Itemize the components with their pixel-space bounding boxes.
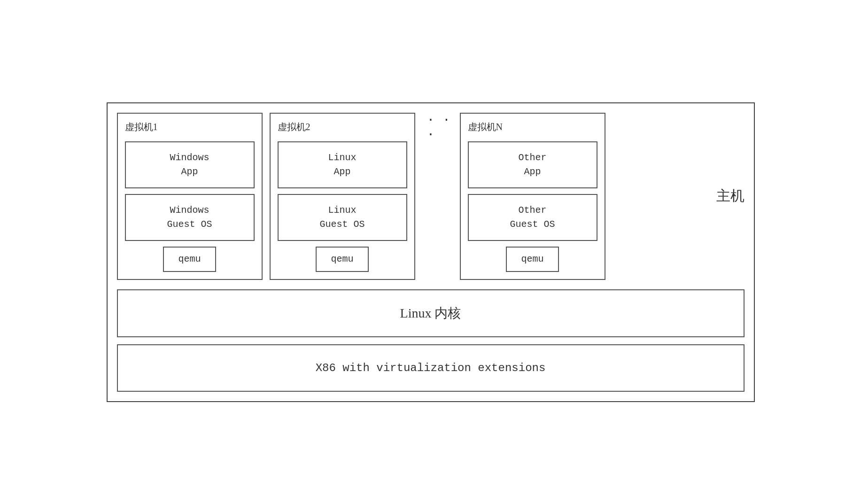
vmN-qemu-label: qemu [521,254,543,264]
vm2-box: 虚拟机2 LinuxApp LinuxGuest OS qemu [270,113,415,280]
host-label: 主机 [705,113,745,280]
outer-box: 虚拟机1 WindowsApp WindowsGuest OS qemu [107,102,755,402]
vmN-app-label: OtherApp [518,152,546,177]
x86-box: X86 with virtualization extensions [117,344,745,392]
vm1-app-box: WindowsApp [125,141,255,188]
vmN-qemu-box: qemu [506,247,558,272]
host-area: 虚拟机1 WindowsApp WindowsGuest OS qemu [117,113,745,280]
linux-kernel-label: Linux 内核 [400,306,461,320]
vms-and-dots: 虚拟机1 WindowsApp WindowsGuest OS qemu [117,113,705,280]
vm1-qemu-label: qemu [178,254,201,264]
vmN-title: 虚拟机N [468,121,503,133]
linux-kernel-box: Linux 内核 [117,289,745,337]
vm2-guestos-label: LinuxGuest OS [319,205,365,230]
vm1-qemu-box: qemu [163,247,216,272]
vm1-content: WindowsApp WindowsGuest OS qemu [125,141,255,272]
vm2-app-label: LinuxApp [328,152,356,177]
vm1-box: 虚拟机1 WindowsApp WindowsGuest OS qemu [117,113,263,280]
vmN-guestos-box: OtherGuest OS [468,194,597,241]
vm1-guestos-box: WindowsGuest OS [125,194,255,241]
vm2-title: 虚拟机2 [278,121,310,133]
vm1-title: 虚拟机1 [125,121,158,133]
dots-label: · · · [427,113,455,142]
vm1-guestos-label: WindowsGuest OS [167,205,212,230]
vmN-app-box: OtherApp [468,141,597,188]
vm2-guestos-box: LinuxGuest OS [278,194,407,241]
vm2-content: LinuxApp LinuxGuest OS qemu [278,141,407,272]
diagram-wrapper: 虚拟机1 WindowsApp WindowsGuest OS qemu [107,102,755,402]
vm2-app-box: LinuxApp [278,141,407,188]
vm2-qemu-box: qemu [316,247,368,272]
vmN-box: 虚拟机N OtherApp OtherGuest OS qemu [460,113,605,280]
x86-label: X86 with virtualization extensions [316,362,546,374]
dots-separator: · · · [422,113,460,142]
vm2-qemu-label: qemu [331,254,353,264]
vmN-content: OtherApp OtherGuest OS qemu [468,141,597,272]
vmN-guestos-label: OtherGuest OS [510,205,555,230]
vm1-app-label: WindowsApp [170,152,209,177]
